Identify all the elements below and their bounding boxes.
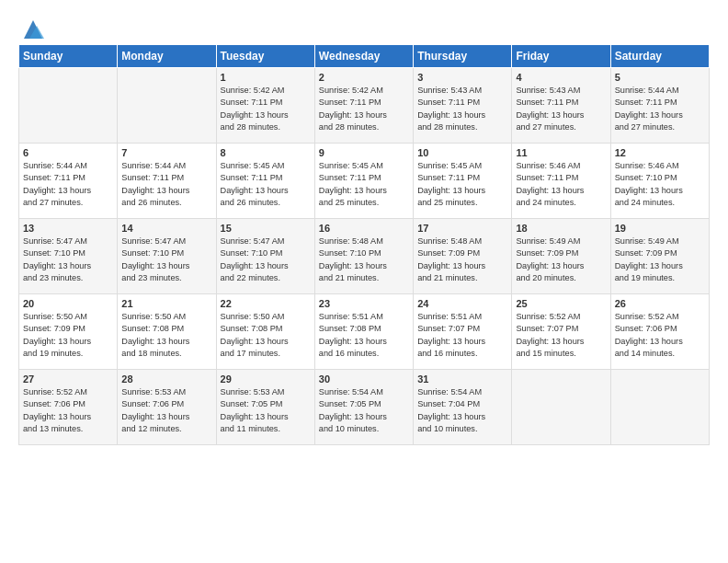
day-number: 31 bbox=[417, 373, 507, 385]
day-number: 6 bbox=[23, 147, 113, 158]
weekday-header-thursday: Thursday bbox=[414, 45, 512, 68]
day-number: 5 bbox=[615, 72, 705, 83]
calendar-cell: 18Sunrise: 5:49 AM Sunset: 7:09 PM Dayli… bbox=[512, 219, 610, 294]
cell-info: Sunrise: 5:50 AM Sunset: 7:09 PM Dayligh… bbox=[23, 311, 113, 360]
calendar-cell: 31Sunrise: 5:54 AM Sunset: 7:04 PM Dayli… bbox=[414, 370, 512, 445]
logo bbox=[18, 17, 40, 37]
cell-info: Sunrise: 5:48 AM Sunset: 7:09 PM Dayligh… bbox=[417, 236, 507, 284]
weekday-header-monday: Monday bbox=[118, 45, 216, 68]
calendar-cell: 20Sunrise: 5:50 AM Sunset: 7:09 PM Dayli… bbox=[19, 294, 118, 370]
calendar-cell: 7Sunrise: 5:44 AM Sunset: 7:11 PM Daylig… bbox=[118, 144, 216, 219]
day-number: 4 bbox=[516, 72, 606, 83]
day-number: 23 bbox=[319, 298, 409, 309]
cell-info: Sunrise: 5:53 AM Sunset: 7:05 PM Dayligh… bbox=[221, 386, 311, 435]
cell-info: Sunrise: 5:43 AM Sunset: 7:11 PM Dayligh… bbox=[417, 85, 507, 133]
day-number: 27 bbox=[23, 373, 113, 385]
cell-info: Sunrise: 5:52 AM Sunset: 7:07 PM Dayligh… bbox=[516, 311, 606, 360]
calendar-table: SundayMondayTuesdayWednesdayThursdayFrid… bbox=[18, 44, 710, 445]
page: SundayMondayTuesdayWednesdayThursdayFrid… bbox=[0, 0, 728, 563]
day-number: 26 bbox=[615, 298, 705, 309]
cell-info: Sunrise: 5:47 AM Sunset: 7:10 PM Dayligh… bbox=[23, 236, 113, 284]
day-number: 25 bbox=[516, 298, 606, 309]
day-number: 9 bbox=[319, 147, 409, 158]
cell-info: Sunrise: 5:48 AM Sunset: 7:10 PM Dayligh… bbox=[319, 236, 409, 284]
cell-info: Sunrise: 5:47 AM Sunset: 7:10 PM Dayligh… bbox=[221, 236, 311, 284]
calendar-cell: 3Sunrise: 5:43 AM Sunset: 7:11 PM Daylig… bbox=[414, 68, 512, 144]
day-number: 16 bbox=[319, 223, 409, 234]
day-number: 10 bbox=[417, 147, 507, 158]
cell-info: Sunrise: 5:45 AM Sunset: 7:11 PM Dayligh… bbox=[319, 160, 409, 209]
logo-icon bbox=[20, 17, 40, 37]
cell-info: Sunrise: 5:42 AM Sunset: 7:11 PM Dayligh… bbox=[319, 85, 409, 133]
day-number: 24 bbox=[417, 298, 507, 309]
cell-info: Sunrise: 5:44 AM Sunset: 7:11 PM Dayligh… bbox=[615, 85, 705, 133]
cell-info: Sunrise: 5:53 AM Sunset: 7:06 PM Dayligh… bbox=[121, 386, 211, 435]
weekday-header-wednesday: Wednesday bbox=[314, 45, 413, 68]
day-number: 1 bbox=[221, 72, 311, 83]
cell-info: Sunrise: 5:47 AM Sunset: 7:10 PM Dayligh… bbox=[121, 236, 211, 284]
calendar-cell: 13Sunrise: 5:47 AM Sunset: 7:10 PM Dayli… bbox=[19, 219, 118, 294]
calendar-cell: 14Sunrise: 5:47 AM Sunset: 7:10 PM Dayli… bbox=[118, 219, 216, 294]
calendar-cell: 30Sunrise: 5:54 AM Sunset: 7:05 PM Dayli… bbox=[314, 370, 413, 445]
calendar-cell: 11Sunrise: 5:46 AM Sunset: 7:11 PM Dayli… bbox=[512, 144, 610, 219]
calendar-cell: 15Sunrise: 5:47 AM Sunset: 7:10 PM Dayli… bbox=[216, 219, 314, 294]
day-number: 18 bbox=[516, 223, 606, 234]
day-number: 20 bbox=[23, 298, 113, 309]
weekday-header-saturday: Saturday bbox=[610, 45, 709, 68]
weekday-header-friday: Friday bbox=[512, 45, 610, 68]
cell-info: Sunrise: 5:54 AM Sunset: 7:04 PM Dayligh… bbox=[417, 386, 507, 435]
cell-info: Sunrise: 5:51 AM Sunset: 7:07 PM Dayligh… bbox=[417, 311, 507, 360]
day-number: 17 bbox=[417, 223, 507, 234]
cell-info: Sunrise: 5:44 AM Sunset: 7:11 PM Dayligh… bbox=[23, 160, 113, 209]
day-number: 21 bbox=[121, 298, 211, 309]
calendar-cell: 23Sunrise: 5:51 AM Sunset: 7:08 PM Dayli… bbox=[314, 294, 413, 370]
calendar-cell: 9Sunrise: 5:45 AM Sunset: 7:11 PM Daylig… bbox=[314, 144, 413, 219]
calendar-cell: 6Sunrise: 5:44 AM Sunset: 7:11 PM Daylig… bbox=[19, 144, 118, 219]
day-number: 8 bbox=[221, 147, 311, 158]
cell-info: Sunrise: 5:43 AM Sunset: 7:11 PM Dayligh… bbox=[516, 85, 606, 133]
calendar-cell: 24Sunrise: 5:51 AM Sunset: 7:07 PM Dayli… bbox=[414, 294, 512, 370]
cell-info: Sunrise: 5:50 AM Sunset: 7:08 PM Dayligh… bbox=[121, 311, 211, 360]
weekday-header-sunday: Sunday bbox=[19, 45, 118, 68]
weekday-header-tuesday: Tuesday bbox=[216, 45, 314, 68]
day-number: 29 bbox=[221, 373, 311, 385]
day-number: 13 bbox=[23, 223, 113, 234]
calendar-cell: 1Sunrise: 5:42 AM Sunset: 7:11 PM Daylig… bbox=[216, 68, 314, 144]
day-number: 22 bbox=[221, 298, 311, 309]
cell-info: Sunrise: 5:52 AM Sunset: 7:06 PM Dayligh… bbox=[23, 386, 113, 435]
cell-info: Sunrise: 5:46 AM Sunset: 7:11 PM Dayligh… bbox=[516, 160, 606, 209]
calendar-cell: 28Sunrise: 5:53 AM Sunset: 7:06 PM Dayli… bbox=[118, 370, 216, 445]
day-number: 2 bbox=[319, 72, 409, 83]
calendar-cell: 19Sunrise: 5:49 AM Sunset: 7:09 PM Dayli… bbox=[610, 219, 709, 294]
calendar-cell: 26Sunrise: 5:52 AM Sunset: 7:06 PM Dayli… bbox=[610, 294, 709, 370]
calendar-cell: 12Sunrise: 5:46 AM Sunset: 7:10 PM Dayli… bbox=[610, 144, 709, 219]
cell-info: Sunrise: 5:45 AM Sunset: 7:11 PM Dayligh… bbox=[221, 160, 311, 209]
calendar-cell: 8Sunrise: 5:45 AM Sunset: 7:11 PM Daylig… bbox=[216, 144, 314, 219]
day-number: 19 bbox=[615, 223, 705, 234]
day-number: 14 bbox=[121, 223, 211, 234]
day-number: 7 bbox=[121, 147, 211, 158]
cell-info: Sunrise: 5:46 AM Sunset: 7:10 PM Dayligh… bbox=[615, 160, 705, 209]
calendar-cell: 2Sunrise: 5:42 AM Sunset: 7:11 PM Daylig… bbox=[314, 68, 413, 144]
calendar-cell: 10Sunrise: 5:45 AM Sunset: 7:11 PM Dayli… bbox=[414, 144, 512, 219]
cell-info: Sunrise: 5:49 AM Sunset: 7:09 PM Dayligh… bbox=[615, 236, 705, 284]
calendar-cell: 17Sunrise: 5:48 AM Sunset: 7:09 PM Dayli… bbox=[414, 219, 512, 294]
day-number: 30 bbox=[319, 373, 409, 385]
day-number: 28 bbox=[121, 373, 211, 385]
cell-info: Sunrise: 5:49 AM Sunset: 7:09 PM Dayligh… bbox=[516, 236, 606, 284]
day-number: 11 bbox=[516, 147, 606, 158]
day-number: 3 bbox=[417, 72, 507, 83]
calendar-cell: 25Sunrise: 5:52 AM Sunset: 7:07 PM Dayli… bbox=[512, 294, 610, 370]
day-number: 12 bbox=[615, 147, 705, 158]
calendar-cell: 27Sunrise: 5:52 AM Sunset: 7:06 PM Dayli… bbox=[19, 370, 118, 445]
calendar-cell bbox=[118, 68, 216, 144]
calendar-cell: 21Sunrise: 5:50 AM Sunset: 7:08 PM Dayli… bbox=[118, 294, 216, 370]
calendar-cell bbox=[512, 370, 610, 445]
cell-info: Sunrise: 5:50 AM Sunset: 7:08 PM Dayligh… bbox=[221, 311, 311, 360]
calendar-cell: 16Sunrise: 5:48 AM Sunset: 7:10 PM Dayli… bbox=[314, 219, 413, 294]
cell-info: Sunrise: 5:54 AM Sunset: 7:05 PM Dayligh… bbox=[319, 386, 409, 435]
calendar-cell bbox=[610, 370, 709, 445]
day-number: 15 bbox=[221, 223, 311, 234]
cell-info: Sunrise: 5:51 AM Sunset: 7:08 PM Dayligh… bbox=[319, 311, 409, 360]
cell-info: Sunrise: 5:42 AM Sunset: 7:11 PM Dayligh… bbox=[221, 85, 311, 133]
